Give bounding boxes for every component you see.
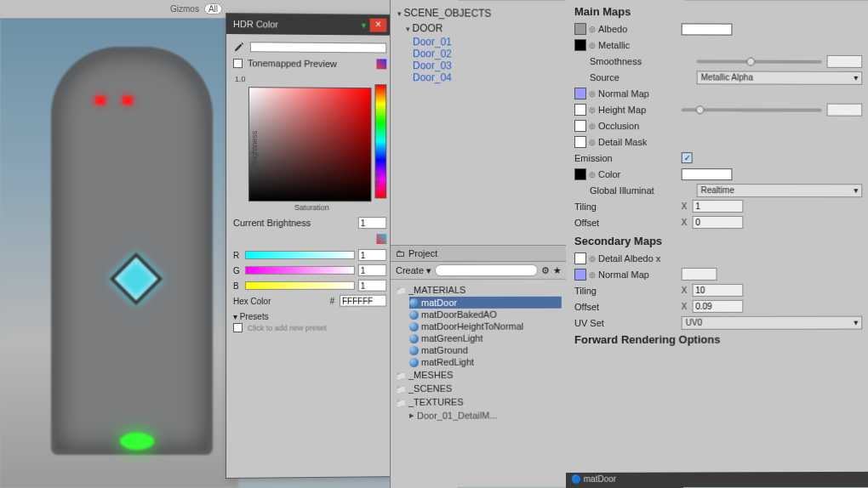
main-maps-header: Main Maps: [574, 5, 862, 19]
eyedropper-icon[interactable]: [233, 41, 245, 53]
sec-tiling-x-input[interactable]: [692, 284, 743, 297]
smoothness-slider[interactable]: [697, 60, 822, 63]
chevron-down-icon: ▾: [854, 318, 858, 327]
occlusion-ring-icon[interactable]: ◎: [589, 122, 596, 130]
filter-icon[interactable]: ⚙: [541, 264, 550, 275]
g-slider[interactable]: [245, 266, 355, 275]
favorite-icon[interactable]: ★: [553, 264, 562, 275]
r-input[interactable]: [358, 249, 387, 261]
tonemapped-checkbox[interactable]: [233, 59, 243, 68]
gi-dropdown[interactable]: Realtime▾: [697, 184, 863, 197]
heightmap-swatch[interactable]: [574, 104, 586, 116]
status-bar: 🔵 matDoor: [566, 472, 868, 488]
hierarchy-project-column: SCENE_OBJECTS DOOR Door_01 Door_02 Door_…: [390, 0, 568, 488]
hdr-title-label: HDR Color: [233, 19, 278, 29]
material-matground[interactable]: matGround: [409, 343, 562, 355]
material-matdoor[interactable]: matDoor: [409, 297, 562, 309]
close-button[interactable]: ×: [370, 19, 387, 32]
x-label: X: [682, 286, 688, 295]
heightmap-input[interactable]: [827, 104, 863, 116]
texture-door01-detail[interactable]: ▸ Door_01_DetailM...: [409, 408, 562, 422]
gizmos-dropdown[interactable]: Gizmos: [170, 4, 199, 14]
x-label: X: [682, 218, 688, 227]
detailalbedo-ring-icon[interactable]: ◎: [589, 253, 596, 262]
albedo-label: Albedo: [598, 24, 627, 34]
project-tab[interactable]: 🗀 Project: [391, 245, 567, 262]
scene-viewport[interactable]: [0, 0, 238, 488]
source-dropdown[interactable]: Metallic Alpha▾: [697, 71, 863, 84]
colorspace-icon[interactable]: [376, 234, 386, 244]
current-color-swatch[interactable]: [250, 42, 386, 53]
folder-textures[interactable]: _TEXTURES: [396, 394, 562, 409]
emission-color-field[interactable]: [682, 168, 733, 180]
material-matdoorheighttonormal[interactable]: matDoorHeightToNormal: [409, 321, 562, 332]
search-all-field[interactable]: All: [204, 3, 222, 14]
tiling-label: Tiling: [574, 201, 677, 212]
offset-label: Offset: [574, 218, 677, 228]
current-brightness-label: Current Brightness: [233, 218, 353, 228]
offset-x-input[interactable]: [692, 216, 743, 229]
r-slider[interactable]: [245, 251, 355, 259]
folder-scenes[interactable]: _SCENES: [396, 381, 562, 395]
tonemap-preview-icon[interactable]: [376, 59, 386, 69]
heightmap-slider[interactable]: [682, 108, 822, 111]
hierarchy-group-door[interactable]: DOOR: [406, 20, 560, 37]
material-ball-icon: [409, 321, 419, 331]
saturation-value-picker[interactable]: Brightness: [248, 87, 372, 201]
emissioncolor-ring-icon[interactable]: ◎: [589, 170, 596, 179]
b-input[interactable]: [358, 280, 387, 292]
current-brightness-input[interactable]: [358, 217, 387, 229]
emission-color-swatch[interactable]: [574, 168, 586, 180]
hex-hash: #: [330, 296, 335, 305]
material-matgreenlight[interactable]: matGreenLight: [409, 332, 562, 344]
folder-materials[interactable]: _MATERIALS: [396, 283, 562, 297]
normalmap-swatch[interactable]: [574, 88, 586, 99]
presets-foldout-icon[interactable]: ▾: [233, 312, 237, 321]
detailmask-swatch[interactable]: [574, 136, 586, 148]
hierarchy-door-02[interactable]: Door_02: [413, 48, 560, 60]
detail-albedo-swatch[interactable]: [574, 252, 586, 264]
pin-icon[interactable]: ▾: [362, 20, 367, 31]
metallic-ring-icon[interactable]: ◎: [589, 41, 596, 49]
scene-door-mesh[interactable]: [51, 47, 213, 455]
hierarchy-door-03[interactable]: Door_03: [413, 60, 560, 72]
add-preset-slot[interactable]: [233, 323, 243, 332]
albedo-swatch[interactable]: [574, 23, 586, 35]
normalmap-label: Normal Map: [598, 88, 649, 99]
height-ring-icon[interactable]: ◎: [589, 105, 596, 114]
folder-meshes[interactable]: _MESHES: [396, 367, 562, 382]
material-matredlight[interactable]: matRedLight: [409, 355, 562, 368]
metallic-swatch[interactable]: [574, 39, 586, 51]
occlusion-label: Occlusion: [598, 121, 639, 131]
status-material-name: matDoor: [584, 474, 616, 484]
normal-ring-icon[interactable]: ◎: [589, 89, 596, 98]
tiling-x-input[interactable]: [692, 200, 743, 213]
secnormal-ring-icon[interactable]: ◎: [589, 270, 596, 278]
hierarchy-door-04[interactable]: Door_04: [413, 71, 560, 84]
emission-color-label: Color: [598, 169, 620, 179]
chevron-down-icon: ▾: [854, 185, 858, 195]
hierarchy-panel: SCENE_OBJECTS DOOR Door_01 Door_02 Door_…: [391, 0, 567, 93]
albedo-ring-icon[interactable]: ◎: [589, 25, 596, 33]
hdr-titlebar[interactable]: HDR Color ▾ ×: [226, 14, 393, 36]
emission-checkbox[interactable]: ✓: [682, 152, 693, 163]
b-slider[interactable]: [245, 281, 355, 290]
emission-label: Emission: [574, 153, 677, 163]
hierarchy-door-01[interactable]: Door_01: [413, 36, 560, 48]
project-search-input[interactable]: [435, 264, 538, 276]
uvset-dropdown[interactable]: UV0▾: [682, 315, 863, 329]
detailmask-ring-icon[interactable]: ◎: [589, 138, 596, 146]
g-input[interactable]: [358, 264, 387, 276]
hex-input[interactable]: [340, 295, 386, 307]
smoothness-label: Smoothness: [590, 56, 692, 66]
hierarchy-root[interactable]: SCENE_OBJECTS: [397, 5, 560, 21]
sec-normal-input[interactable]: [682, 268, 717, 281]
sec-normal-swatch[interactable]: [574, 268, 586, 280]
create-dropdown[interactable]: Create ▾: [396, 264, 431, 275]
occlusion-swatch[interactable]: [574, 120, 586, 132]
sec-offset-x-input[interactable]: [692, 300, 743, 313]
albedo-color[interactable]: [682, 23, 733, 35]
smoothness-input[interactable]: [827, 55, 863, 68]
detail-albedo-label: Detail Albedo x: [598, 253, 660, 263]
material-matdoorbakedao[interactable]: matDoorBakedAO: [409, 309, 562, 321]
